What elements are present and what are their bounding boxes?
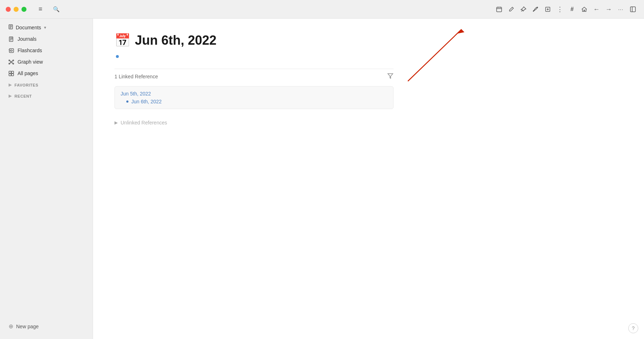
svg-point-5 (537, 7, 538, 8)
titlebar-left-icons: ≡ 🔍 (35, 4, 62, 15)
journals-icon (9, 36, 14, 42)
toolbar-right: ⋮ # ← → ··· (494, 0, 638, 19)
sidebar-item-all-pages[interactable]: All pages (3, 68, 90, 79)
all-pages-label: All pages (18, 70, 38, 76)
svg-line-4 (521, 10, 523, 11)
svg-line-25 (10, 60, 11, 62)
svg-point-20 (11, 61, 12, 63)
expand-toolbar-icon[interactable] (542, 4, 553, 15)
graph-view-icon (9, 59, 14, 65)
edit-toolbar-icon[interactable] (506, 4, 517, 15)
svg-line-27 (10, 62, 11, 63)
svg-point-19 (10, 50, 13, 51)
linked-ref-header: 1 Linked Reference (114, 69, 394, 84)
svg-line-26 (12, 60, 13, 62)
pin-toolbar-icon[interactable] (518, 4, 529, 15)
unlinked-ref-title[interactable]: Unlinked References (121, 120, 167, 126)
flashcards-icon (9, 48, 14, 53)
sidebar-item-journals[interactable]: Journals (3, 34, 90, 44)
linked-ref-box: Jun 5th, 2022 Jun 6th, 2022 (114, 86, 394, 109)
maximize-button[interactable] (21, 7, 26, 12)
svg-rect-32 (11, 74, 14, 76)
favorites-icon: ▶ (9, 83, 12, 87)
documents-button[interactable]: Documents ▾ (3, 22, 90, 33)
svg-rect-9 (630, 7, 635, 12)
svg-line-28 (12, 62, 13, 63)
ref-bullet (126, 100, 128, 103)
ref-link-parent[interactable]: Jun 5th, 2022 (121, 91, 387, 97)
sidebar-toolbar-icon[interactable] (628, 4, 638, 15)
search-icon[interactable]: 🔍 (51, 4, 62, 15)
app-layout: Documents ▾ Journals (0, 19, 644, 339)
main-content: 📅 Jun 6th, 2022 1 Linked Reference Jun 5… (93, 19, 644, 339)
menu-icon[interactable]: ≡ (35, 4, 46, 15)
new-page-button[interactable]: ⊕ New page (3, 320, 90, 333)
new-page-label: New page (16, 324, 39, 329)
more-toolbar-icon[interactable]: ⋮ (555, 4, 565, 15)
new-page-icon: ⊕ (9, 323, 13, 330)
documents-arrow: ▾ (44, 25, 46, 30)
recent-icon: ▶ (9, 94, 12, 98)
calendar-toolbar-icon[interactable] (494, 4, 504, 15)
page-content: 📅 Jun 6th, 2022 1 Linked Reference Jun 5… (93, 19, 415, 140)
favorites-label: FAVORITES (15, 83, 38, 87)
sidebar: Documents ▾ Journals (0, 19, 93, 339)
svg-marker-35 (388, 74, 393, 78)
recent-section[interactable]: ▶ RECENT (3, 92, 90, 100)
forward-toolbar-icon[interactable]: → (603, 4, 614, 15)
page-bullet (116, 55, 119, 58)
ellipsis-toolbar-icon[interactable]: ··· (615, 4, 626, 15)
svg-rect-30 (11, 71, 14, 73)
svg-marker-34 (457, 29, 464, 34)
window-controls (6, 7, 26, 12)
hash-toolbar-icon[interactable]: # (567, 4, 577, 15)
svg-line-33 (408, 29, 462, 81)
svg-rect-29 (9, 71, 11, 73)
filter-icon[interactable] (387, 73, 394, 80)
home-toolbar-icon[interactable] (579, 4, 590, 15)
svg-rect-31 (9, 74, 11, 76)
help-button[interactable]: ? (628, 323, 638, 333)
graph-view-label: Graph view (18, 59, 43, 65)
ref-link-child-text: Jun 6th, 2022 (131, 99, 162, 104)
sidebar-item-flashcards[interactable]: Flashcards (3, 45, 90, 56)
page-title-icon: 📅 (114, 33, 131, 48)
brush-toolbar-icon[interactable] (530, 4, 541, 15)
unlinked-ref-toggle[interactable]: ▶ (114, 120, 118, 125)
svg-rect-0 (497, 7, 502, 12)
journals-label: Journals (18, 36, 36, 42)
favorites-section[interactable]: ▶ FAVORITES (3, 80, 90, 89)
flashcards-label: Flashcards (18, 48, 42, 53)
recent-label: RECENT (15, 94, 32, 98)
linked-references: 1 Linked Reference Jun 5th, 2022 Jun 6th… (114, 69, 394, 109)
linked-ref-title: 1 Linked Reference (114, 74, 158, 79)
back-toolbar-icon[interactable]: ← (591, 4, 602, 15)
sidebar-bottom: ⊕ New page (0, 316, 93, 336)
documents-icon (9, 24, 14, 30)
titlebar: ≡ 🔍 (0, 0, 644, 19)
sidebar-item-graph-view[interactable]: Graph view (3, 56, 90, 67)
all-pages-icon (9, 71, 14, 76)
minimize-button[interactable] (14, 7, 19, 12)
page-title-text: Jun 6th, 2022 (135, 33, 216, 48)
documents-label: Documents (16, 25, 41, 30)
ref-link-child[interactable]: Jun 6th, 2022 (126, 99, 387, 104)
page-title: 📅 Jun 6th, 2022 (114, 33, 394, 48)
unlinked-references: ▶ Unlinked References (114, 120, 394, 126)
close-button[interactable] (6, 7, 11, 12)
